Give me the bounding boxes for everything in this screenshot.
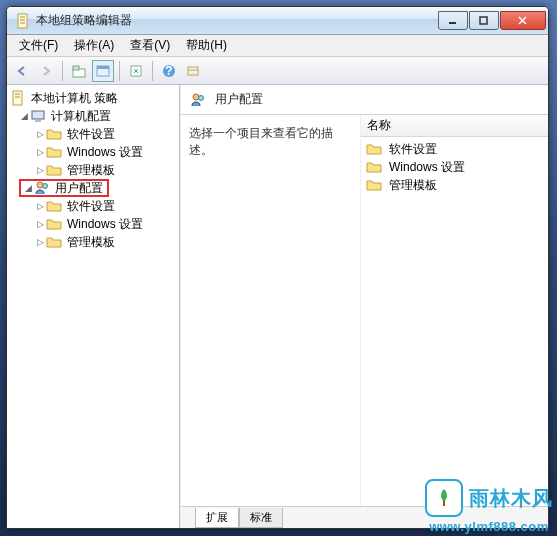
expand-icon[interactable]: ▷ <box>35 129 45 139</box>
menu-help[interactable]: 帮助(H) <box>178 35 235 56</box>
list-item[interactable]: 软件设置 <box>365 140 544 158</box>
expand-icon[interactable]: ▷ <box>35 237 45 247</box>
up-button[interactable] <box>68 60 90 82</box>
separator <box>152 61 153 81</box>
tree-label: 管理模板 <box>65 233 117 252</box>
close-button[interactable] <box>500 11 546 30</box>
folder-icon <box>46 216 62 232</box>
svg-rect-15 <box>188 67 198 75</box>
menu-action[interactable]: 操作(A) <box>66 35 122 56</box>
collapse-icon[interactable]: ◢ <box>23 183 33 193</box>
list-column: 名称 软件设置 Windows 设置 管理模板 <box>361 115 548 506</box>
maximize-button[interactable] <box>469 11 499 30</box>
tree-user-config[interactable]: ◢ 用户配置 <box>19 179 109 197</box>
svg-rect-20 <box>32 111 44 119</box>
tree-label: 软件设置 <box>65 197 117 216</box>
tree-windows-settings-user[interactable]: ▷ Windows 设置 <box>9 215 177 233</box>
filter-button[interactable] <box>182 60 204 82</box>
folder-icon <box>46 234 62 250</box>
tree-software-settings-user[interactable]: ▷ 软件设置 <box>9 197 177 215</box>
tab-standard[interactable]: 标准 <box>239 508 283 528</box>
tree-label: Windows 设置 <box>65 215 145 234</box>
policy-icon <box>10 90 26 106</box>
watermark-brand: 雨林木风 <box>469 485 553 512</box>
back-button[interactable] <box>11 60 33 82</box>
expand-icon[interactable]: ▷ <box>35 219 45 229</box>
tree-computer-config[interactable]: ◢ 计算机配置 <box>9 107 177 125</box>
expand-icon[interactable]: ▷ <box>35 201 45 211</box>
details-title: 用户配置 <box>215 91 263 108</box>
tree-label: 本地计算机 策略 <box>29 89 120 108</box>
list-item-label: 软件设置 <box>389 141 437 158</box>
users-icon <box>190 92 206 108</box>
separator <box>119 61 120 81</box>
svg-rect-11 <box>97 66 109 69</box>
svg-point-25 <box>199 95 204 100</box>
description-column: 选择一个项目来查看它的描述。 <box>181 115 361 506</box>
folder-icon <box>46 198 62 214</box>
tree-admin-templates-user[interactable]: ▷ 管理模板 <box>9 233 177 251</box>
minimize-button[interactable] <box>438 11 468 30</box>
computer-icon <box>30 108 46 124</box>
collapse-icon[interactable]: ◢ <box>19 111 29 121</box>
separator <box>62 61 63 81</box>
svg-point-24 <box>193 94 199 100</box>
expand-icon[interactable]: ▷ <box>35 165 45 175</box>
watermark-icon <box>425 479 463 517</box>
svg-point-22 <box>37 182 43 188</box>
svg-rect-9 <box>73 66 79 70</box>
list-item-label: 管理模板 <box>389 177 437 194</box>
list-item[interactable]: Windows 设置 <box>365 158 544 176</box>
watermark-logo: 雨林木风 <box>425 479 553 517</box>
folder-icon <box>366 177 382 193</box>
svg-rect-0 <box>18 14 27 28</box>
tree-windows-settings[interactable]: ▷ Windows 设置 <box>9 143 177 161</box>
details-header: 用户配置 <box>181 85 548 115</box>
refresh-button[interactable] <box>125 60 147 82</box>
tree-software-settings[interactable]: ▷ 软件设置 <box>9 125 177 143</box>
watermark: 雨林木风 www.ylmf888.com <box>425 479 553 534</box>
folder-icon <box>366 159 382 175</box>
svg-rect-26 <box>443 500 445 506</box>
list-item[interactable]: 管理模板 <box>365 176 544 194</box>
watermark-url: www.ylmf888.com <box>425 519 553 534</box>
tree-label: 用户配置 <box>53 179 105 198</box>
details-pane: 用户配置 选择一个项目来查看它的描述。 名称 软件设置 <box>180 85 548 528</box>
description-text: 选择一个项目来查看它的描述。 <box>189 126 333 157</box>
tab-extended[interactable]: 扩展 <box>195 508 239 528</box>
window-controls <box>438 11 546 30</box>
svg-rect-5 <box>480 17 487 24</box>
window: 本地组策略编辑器 文件(F) 操作(A) 查看(V) 帮助(H) ? 本地计算机… <box>6 6 549 529</box>
folder-icon <box>46 126 62 142</box>
tree-label: 管理模板 <box>65 161 117 180</box>
list-item-label: Windows 设置 <box>389 159 465 176</box>
folder-icon <box>46 144 62 160</box>
tree-label: 计算机配置 <box>49 107 113 126</box>
svg-rect-21 <box>35 120 41 122</box>
column-header-label: 名称 <box>367 117 391 134</box>
tree-admin-templates[interactable]: ▷ 管理模板 <box>9 161 177 179</box>
menu-file[interactable]: 文件(F) <box>11 35 66 56</box>
svg-text:?: ? <box>165 64 172 78</box>
tree-root[interactable]: 本地计算机 策略 <box>9 89 177 107</box>
window-title: 本地组策略编辑器 <box>36 12 438 29</box>
tree-label: Windows 设置 <box>65 143 145 162</box>
details-body: 选择一个项目来查看它的描述。 名称 软件设置 Windows 设置 <box>181 115 548 506</box>
expand-icon[interactable]: ▷ <box>35 147 45 157</box>
help-button[interactable]: ? <box>158 60 180 82</box>
menubar: 文件(F) 操作(A) 查看(V) 帮助(H) <box>7 35 548 57</box>
menu-view[interactable]: 查看(V) <box>122 35 178 56</box>
titlebar: 本地组策略编辑器 <box>7 7 548 35</box>
tree-pane[interactable]: 本地计算机 策略 ◢ 计算机配置 ▷ 软件设置 ▷ Windows 设置 ▷ 管… <box>7 85 180 528</box>
svg-point-23 <box>43 184 48 189</box>
list-body: 软件设置 Windows 设置 管理模板 <box>361 137 548 197</box>
column-header-name[interactable]: 名称 <box>361 115 548 137</box>
properties-button[interactable] <box>92 60 114 82</box>
toolbar: ? <box>7 57 548 85</box>
content-area: 本地计算机 策略 ◢ 计算机配置 ▷ 软件设置 ▷ Windows 设置 ▷ 管… <box>7 85 548 528</box>
app-icon <box>15 13 31 29</box>
forward-button[interactable] <box>35 60 57 82</box>
users-icon <box>34 180 50 196</box>
folder-icon <box>46 162 62 178</box>
folder-icon <box>366 141 382 157</box>
